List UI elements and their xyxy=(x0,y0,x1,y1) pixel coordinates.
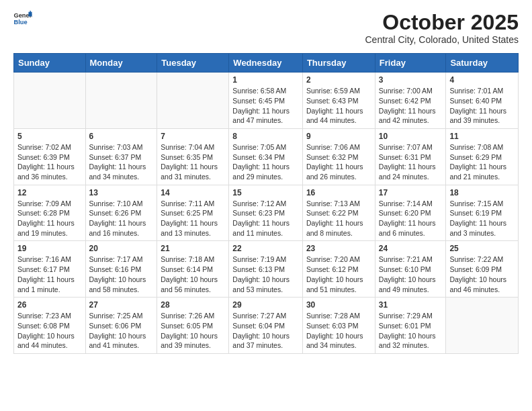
header-monday: Monday xyxy=(85,54,157,73)
calendar-cell-w1-d7: 4Sunrise: 7:01 AM Sunset: 6:40 PM Daylig… xyxy=(446,73,519,129)
day-number: 21 xyxy=(161,244,225,253)
cell-info: Sunrise: 7:05 AM Sunset: 6:34 PM Dayligh… xyxy=(232,142,299,182)
day-number: 20 xyxy=(89,244,154,253)
calendar-cell-w4-d6: 24Sunrise: 7:21 AM Sunset: 6:10 PM Dayli… xyxy=(375,241,446,298)
day-number: 3 xyxy=(379,75,443,85)
day-number: 15 xyxy=(232,188,299,197)
calendar-cell-w2-d1: 5Sunrise: 7:02 AM Sunset: 6:39 PM Daylig… xyxy=(14,128,86,185)
cell-info: Sunrise: 7:16 AM Sunset: 6:17 PM Dayligh… xyxy=(17,255,82,294)
week-row-4: 19Sunrise: 7:16 AM Sunset: 6:17 PM Dayli… xyxy=(14,241,519,298)
calendar-cell-w4-d3: 21Sunrise: 7:18 AM Sunset: 6:14 PM Dayli… xyxy=(157,241,229,298)
cell-info: Sunrise: 7:08 AM Sunset: 6:29 PM Dayligh… xyxy=(449,142,515,182)
day-number: 22 xyxy=(232,244,299,253)
cell-info: Sunrise: 7:22 AM Sunset: 6:09 PM Dayligh… xyxy=(449,255,515,294)
cell-info: Sunrise: 7:23 AM Sunset: 6:08 PM Dayligh… xyxy=(17,311,82,351)
svg-marker-2 xyxy=(28,12,32,17)
day-number: 2 xyxy=(306,75,371,85)
calendar-cell-w4-d1: 19Sunrise: 7:16 AM Sunset: 6:17 PM Dayli… xyxy=(14,241,86,298)
week-row-5: 26Sunrise: 7:23 AM Sunset: 6:08 PM Dayli… xyxy=(14,298,519,354)
calendar-cell-w1-d2 xyxy=(85,73,157,129)
cell-info: Sunrise: 7:01 AM Sunset: 6:40 PM Dayligh… xyxy=(449,86,515,126)
cell-info: Sunrise: 7:10 AM Sunset: 6:26 PM Dayligh… xyxy=(89,199,154,238)
calendar-table: Sunday Monday Tuesday Wednesday Thursday… xyxy=(13,53,519,354)
cell-info: Sunrise: 7:25 AM Sunset: 6:06 PM Dayligh… xyxy=(89,311,154,351)
calendar-cell-w1-d6: 3Sunrise: 7:00 AM Sunset: 6:42 PM Daylig… xyxy=(375,73,446,129)
day-number: 11 xyxy=(449,132,515,141)
header-row: Sunday Monday Tuesday Wednesday Thursday… xyxy=(14,54,519,73)
calendar-cell-w2-d6: 10Sunrise: 7:07 AM Sunset: 6:31 PM Dayli… xyxy=(375,128,446,185)
day-number: 6 xyxy=(89,132,154,141)
day-number: 7 xyxy=(161,132,225,141)
cell-info: Sunrise: 7:17 AM Sunset: 6:16 PM Dayligh… xyxy=(89,255,154,294)
calendar-cell-w3-d1: 12Sunrise: 7:09 AM Sunset: 6:28 PM Dayli… xyxy=(14,185,86,241)
day-number: 24 xyxy=(379,244,443,253)
calendar-cell-w2-d4: 8Sunrise: 7:05 AM Sunset: 6:34 PM Daylig… xyxy=(229,128,303,185)
calendar-cell-w5-d5: 30Sunrise: 7:28 AM Sunset: 6:03 PM Dayli… xyxy=(302,298,375,354)
cell-info: Sunrise: 7:02 AM Sunset: 6:39 PM Dayligh… xyxy=(17,142,82,182)
cell-info: Sunrise: 7:09 AM Sunset: 6:28 PM Dayligh… xyxy=(17,199,82,238)
calendar-cell-w5-d7 xyxy=(446,298,519,354)
cell-info: Sunrise: 7:11 AM Sunset: 6:25 PM Dayligh… xyxy=(161,199,225,238)
cell-info: Sunrise: 7:13 AM Sunset: 6:22 PM Dayligh… xyxy=(306,199,371,238)
day-number: 13 xyxy=(89,188,154,197)
calendar-cell-w1-d5: 2Sunrise: 6:59 AM Sunset: 6:43 PM Daylig… xyxy=(302,73,375,129)
day-number: 26 xyxy=(17,300,82,310)
week-row-2: 5Sunrise: 7:02 AM Sunset: 6:39 PM Daylig… xyxy=(14,128,519,185)
title-area: October 2025 Central City, Colorado, Uni… xyxy=(365,11,519,45)
cell-info: Sunrise: 7:07 AM Sunset: 6:31 PM Dayligh… xyxy=(379,142,443,182)
calendar-cell-w3-d5: 16Sunrise: 7:13 AM Sunset: 6:22 PM Dayli… xyxy=(302,185,375,241)
logo-icon: General Blue xyxy=(13,11,32,26)
location-subtitle: Central City, Colorado, United States xyxy=(365,34,519,45)
calendar-cell-w4-d7: 25Sunrise: 7:22 AM Sunset: 6:09 PM Dayli… xyxy=(446,241,519,298)
cell-info: Sunrise: 7:20 AM Sunset: 6:12 PM Dayligh… xyxy=(306,255,371,294)
day-number: 4 xyxy=(449,75,515,85)
calendar-cell-w2-d7: 11Sunrise: 7:08 AM Sunset: 6:29 PM Dayli… xyxy=(446,128,519,185)
header-friday: Friday xyxy=(375,54,446,73)
calendar-cell-w3-d3: 14Sunrise: 7:11 AM Sunset: 6:25 PM Dayli… xyxy=(157,185,229,241)
day-number: 9 xyxy=(306,132,371,141)
day-number: 16 xyxy=(306,188,371,197)
cell-info: Sunrise: 7:06 AM Sunset: 6:32 PM Dayligh… xyxy=(306,142,371,182)
day-number: 5 xyxy=(17,132,82,141)
cell-info: Sunrise: 7:19 AM Sunset: 6:13 PM Dayligh… xyxy=(232,255,299,294)
logo: General Blue xyxy=(13,11,32,26)
cell-info: Sunrise: 7:14 AM Sunset: 6:20 PM Dayligh… xyxy=(379,199,443,238)
calendar-cell-w4-d2: 20Sunrise: 7:17 AM Sunset: 6:16 PM Dayli… xyxy=(85,241,157,298)
cell-info: Sunrise: 7:28 AM Sunset: 6:03 PM Dayligh… xyxy=(306,311,371,351)
cell-info: Sunrise: 6:59 AM Sunset: 6:43 PM Dayligh… xyxy=(306,86,371,126)
day-number: 28 xyxy=(161,300,225,310)
week-row-3: 12Sunrise: 7:09 AM Sunset: 6:28 PM Dayli… xyxy=(14,185,519,241)
header-sunday: Sunday xyxy=(14,54,86,73)
calendar-cell-w4-d5: 23Sunrise: 7:20 AM Sunset: 6:12 PM Dayli… xyxy=(302,241,375,298)
calendar-cell-w5-d3: 28Sunrise: 7:26 AM Sunset: 6:05 PM Dayli… xyxy=(157,298,229,354)
cell-info: Sunrise: 7:29 AM Sunset: 6:01 PM Dayligh… xyxy=(379,311,443,351)
calendar-cell-w1-d4: 1Sunrise: 6:58 AM Sunset: 6:45 PM Daylig… xyxy=(229,73,303,129)
calendar-cell-w3-d7: 18Sunrise: 7:15 AM Sunset: 6:19 PM Dayli… xyxy=(446,185,519,241)
week-row-1: 1Sunrise: 6:58 AM Sunset: 6:45 PM Daylig… xyxy=(14,73,519,129)
day-number: 25 xyxy=(449,244,515,253)
day-number: 10 xyxy=(379,132,443,141)
svg-text:Blue: Blue xyxy=(13,19,27,26)
calendar-cell-w5-d6: 31Sunrise: 7:29 AM Sunset: 6:01 PM Dayli… xyxy=(375,298,446,354)
day-number: 1 xyxy=(232,75,299,85)
calendar-cell-w2-d2: 6Sunrise: 7:03 AM Sunset: 6:37 PM Daylig… xyxy=(85,128,157,185)
cell-info: Sunrise: 7:26 AM Sunset: 6:05 PM Dayligh… xyxy=(161,311,225,351)
calendar-cell-w5-d2: 27Sunrise: 7:25 AM Sunset: 6:06 PM Dayli… xyxy=(85,298,157,354)
cell-info: Sunrise: 7:18 AM Sunset: 6:14 PM Dayligh… xyxy=(161,255,225,294)
cell-info: Sunrise: 7:12 AM Sunset: 6:23 PM Dayligh… xyxy=(232,199,299,238)
header: General Blue October 2025 Central City, … xyxy=(13,11,519,45)
day-number: 14 xyxy=(161,188,225,197)
calendar-cell-w4-d4: 22Sunrise: 7:19 AM Sunset: 6:13 PM Dayli… xyxy=(229,241,303,298)
cell-info: Sunrise: 7:27 AM Sunset: 6:04 PM Dayligh… xyxy=(232,311,299,351)
cell-info: Sunrise: 7:15 AM Sunset: 6:19 PM Dayligh… xyxy=(449,199,515,238)
day-number: 30 xyxy=(306,300,371,310)
cell-info: Sunrise: 7:03 AM Sunset: 6:37 PM Dayligh… xyxy=(89,142,154,182)
cell-info: Sunrise: 7:21 AM Sunset: 6:10 PM Dayligh… xyxy=(379,255,443,294)
day-number: 12 xyxy=(17,188,82,197)
day-number: 27 xyxy=(89,300,154,310)
calendar-cell-w3-d4: 15Sunrise: 7:12 AM Sunset: 6:23 PM Dayli… xyxy=(229,185,303,241)
calendar-cell-w5-d4: 29Sunrise: 7:27 AM Sunset: 6:04 PM Dayli… xyxy=(229,298,303,354)
day-number: 19 xyxy=(17,244,82,253)
month-title: October 2025 xyxy=(365,11,519,34)
day-number: 8 xyxy=(232,132,299,141)
